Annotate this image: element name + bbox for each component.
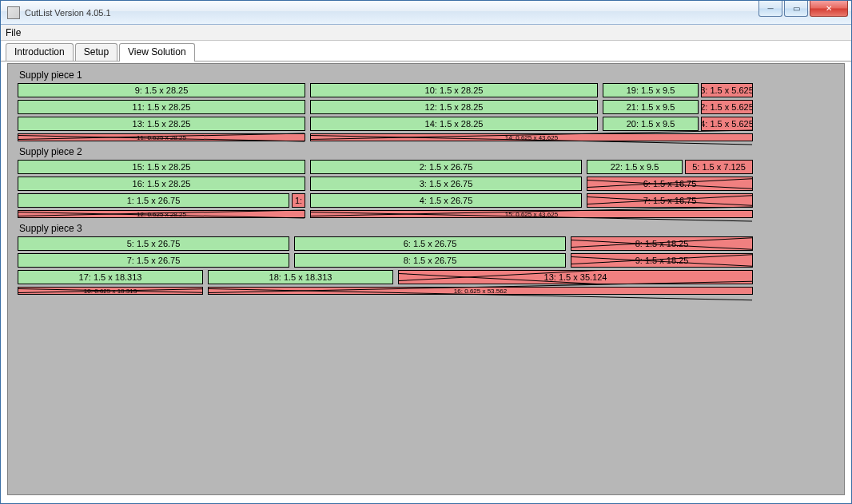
menubar: File — [1, 25, 851, 41]
cut-piece: 11: 1.5 x 28.25 — [18, 100, 305, 114]
cut-piece: 17: 1.5 x 18.313 — [18, 270, 203, 284]
cut-piece: 22: 1.5 x 9.5 — [587, 160, 683, 174]
supply-title: Supply piece 1 — [19, 69, 834, 81]
cut-piece: 10: 1.5 x 28.25 — [310, 83, 598, 97]
waste-piece: 11: 0.625 x 28.25 — [18, 133, 305, 141]
cut-piece: 5: 1.5 x 26.75 — [18, 236, 289, 251]
cut-piece: 8: 1.5 x 26.75 — [294, 253, 566, 268]
supply-title: Supply piece 3 — [19, 223, 834, 234]
cut-piece: 9: 1.5 x 18.25 — [571, 253, 753, 268]
cut-row: 16: 1.5 x 28.25 3: 1.5 x 26.75 6: 1.5 x … — [18, 177, 753, 191]
maximize-button[interactable]: ▭ — [784, 1, 808, 17]
cut-piece: 6: 1.5 x 16.75 — [587, 177, 753, 191]
app-icon — [7, 6, 20, 19]
cut-piece: 16: 1.5 x 28.25 — [18, 177, 305, 191]
cut-piece: 6: 1.5 x 26.75 — [294, 236, 566, 251]
supply-piece-1: Supply piece 1 9: 1.5 x 28.25 10: 1.5 x … — [18, 69, 834, 141]
waste-piece: 15: 0.625 x 43.625 — [310, 210, 753, 218]
cut-piece: 7: 1.5 x 16.75 — [587, 193, 753, 208]
cut-piece: 19: 1.5 x 9.5 — [603, 83, 699, 97]
cut-row: 1: 1.5 x 26.75 1: 4: 1.5 x 26.75 7: 1.5 … — [18, 193, 753, 208]
cut-piece: 13: 1.5 x 28.25 — [18, 117, 305, 131]
tab-introduction[interactable]: Introduction — [6, 43, 74, 61]
cut-piece: 9: 1.5 x 28.25 — [18, 83, 305, 97]
supply-piece-3: Supply piece 3 5: 1.5 x 26.75 6: 1.5 x 2… — [18, 223, 834, 295]
waste-piece: 14: 0.625 x 43.625 — [310, 133, 753, 141]
cut-piece: 15: 1.5 x 28.25 — [18, 160, 305, 174]
waste-row: 11: 0.625 x 28.25 14: 0.625 x 43.625 — [18, 133, 753, 141]
waste-piece: 16: 0.625 x 53.562 — [208, 287, 753, 295]
cut-piece: 3: 1.5 x 5.625 — [701, 83, 753, 97]
waste-piece: 10: 0.625 x 18.313 — [18, 287, 203, 295]
minimize-button[interactable]: ─ — [758, 1, 782, 17]
app-window: CutList Version 4.05.1 ─ ▭ ✕ File Introd… — [0, 0, 852, 504]
cut-piece: 20: 1.5 x 9.5 — [603, 117, 699, 131]
cut-piece: 2: 1.5 x 5.625 — [701, 100, 753, 114]
cut-piece: 1: — [292, 193, 305, 208]
cut-piece: 14: 1.5 x 28.25 — [310, 117, 598, 131]
cut-row: 11: 1.5 x 28.25 12: 1.5 x 28.25 21: 1.5 … — [18, 100, 753, 114]
cut-piece: 4: 1.5 x 26.75 — [310, 193, 582, 208]
tab-view-solution[interactable]: View Solution — [119, 43, 195, 62]
cut-piece: 4: 1.5 x 5.625 — [701, 117, 753, 131]
waste-row: 12: 0.625 x 28.25 15: 0.625 x 43.625 — [18, 210, 753, 218]
cut-piece: 7: 1.5 x 26.75 — [18, 253, 289, 268]
cut-piece: 21: 1.5 x 9.5 — [603, 100, 699, 114]
waste-row: 10: 0.625 x 18.313 16: 0.625 x 53.562 — [18, 287, 753, 295]
cut-piece: 1: 1.5 x 26.75 — [18, 193, 289, 208]
cut-row: 15: 1.5 x 28.25 2: 1.5 x 26.75 22: 1.5 x… — [18, 160, 753, 174]
waste-piece: 12: 0.625 x 28.25 — [18, 210, 305, 218]
cut-row: 17: 1.5 x 18.313 18: 1.5 x 18.313 13: 1.… — [18, 270, 753, 284]
titlebar: CutList Version 4.05.1 ─ ▭ ✕ — [1, 1, 851, 25]
window-title: CutList Version 4.05.1 — [25, 8, 111, 18]
cut-piece: 3: 1.5 x 26.75 — [310, 177, 582, 191]
cut-row: 5: 1.5 x 26.75 6: 1.5 x 26.75 8: 1.5 x 1… — [18, 236, 753, 251]
supply-title: Supply piece 2 — [19, 146, 834, 157]
menu-file[interactable]: File — [6, 27, 21, 38]
cut-piece: 8: 1.5 x 18.25 — [571, 236, 753, 251]
window-controls: ─ ▭ ✕ — [757, 1, 848, 18]
cut-row: 9: 1.5 x 28.25 10: 1.5 x 28.25 19: 1.5 x… — [18, 83, 753, 97]
close-button[interactable]: ✕ — [810, 1, 848, 17]
tab-setup[interactable]: Setup — [75, 43, 117, 61]
solution-canvas: Supply piece 1 9: 1.5 x 28.25 10: 1.5 x … — [7, 63, 845, 495]
cut-piece: 2: 1.5 x 26.75 — [310, 160, 582, 174]
cut-row: 7: 1.5 x 26.75 8: 1.5 x 26.75 9: 1.5 x 1… — [18, 253, 753, 268]
cut-piece: 12: 1.5 x 28.25 — [310, 100, 598, 114]
supply-piece-2: Supply piece 2 15: 1.5 x 28.25 2: 1.5 x … — [18, 146, 834, 218]
tab-strip: Introduction Setup View Solution — [1, 41, 851, 62]
cut-row: 13: 1.5 x 28.25 14: 1.5 x 28.25 20: 1.5 … — [18, 117, 753, 131]
cut-piece: 5: 1.5 x 7.125 — [685, 160, 753, 174]
cut-piece: 18: 1.5 x 18.313 — [208, 270, 393, 284]
